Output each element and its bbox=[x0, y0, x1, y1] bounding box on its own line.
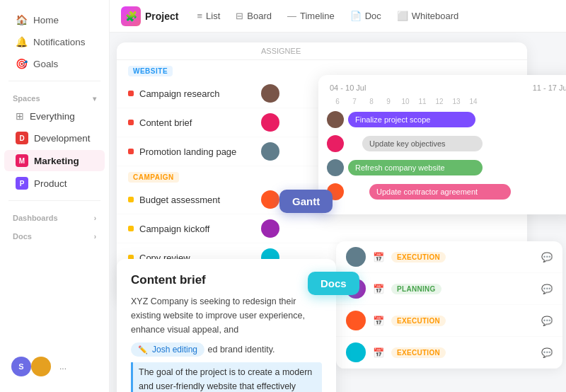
assignee-col-header: ASSIGNEE bbox=[261, 47, 318, 55]
avatar bbox=[327, 159, 344, 176]
calendar-icon: 📅 bbox=[373, 252, 384, 263]
docs-text-2: ed brand identity. bbox=[208, 345, 275, 354]
chat-icon-2: 💬 bbox=[541, 284, 553, 294]
sidebar-divider bbox=[8, 81, 100, 81]
chat-icon-3: 💬 bbox=[541, 316, 553, 326]
gantt-card: 04 - 10 Jul 11 - 17 Jul 6 7 8 9 10 11 12… bbox=[318, 75, 566, 214]
sidebar-item-label: Notifications bbox=[33, 37, 86, 47]
list-item[interactable]: 📅 EXECUTION 💬 bbox=[336, 337, 562, 369]
space-icon-product: P bbox=[16, 177, 28, 190]
avatar bbox=[346, 247, 366, 267]
status-badge: PLANNING bbox=[391, 284, 441, 294]
sidebar-item-notifications[interactable]: 🔔 Notifications bbox=[4, 31, 105, 52]
status-badge: EXECUTION bbox=[391, 252, 446, 263]
user-avatar-2[interactable] bbox=[31, 357, 51, 376]
list-item[interactable]: 📅 PLANNING 💬 bbox=[336, 273, 562, 305]
chevron-right-icon[interactable]: › bbox=[94, 214, 96, 222]
edit-icon: ✏️ bbox=[138, 345, 148, 354]
dashboards-label: Dashboards bbox=[13, 214, 58, 222]
tab-whiteboard[interactable]: ⬜ Whiteboard bbox=[390, 7, 466, 25]
right-task-list: 📅 EXECUTION 💬 📅 PLANNING 💬 📅 EXECUTION 💬… bbox=[336, 241, 562, 369]
status-badge: EXECUTION bbox=[391, 347, 446, 358]
gantt-row: Update key objectives bbox=[327, 134, 566, 154]
list-item[interactable]: 📅 EXECUTION 💬 bbox=[336, 241, 562, 273]
sidebar-item-goals[interactable]: 🎯 Goals bbox=[4, 53, 105, 74]
user-avatar-1[interactable]: S bbox=[11, 357, 31, 376]
content-area: ASSIGNEE WEBSITE Campaign research Conte… bbox=[110, 33, 566, 392]
sidebar-item-product[interactable]: P Product bbox=[4, 173, 105, 194]
tab-timeline[interactable]: — Timeline bbox=[280, 7, 342, 25]
calendar-icon-4: 📅 bbox=[373, 347, 384, 358]
gantt-bar: Refresh company website bbox=[348, 160, 483, 175]
status-badge: EXECUTION bbox=[391, 316, 446, 326]
sidebar-item-everything[interactable]: ⊞ Everything bbox=[4, 106, 105, 126]
home-icon: 🏠 bbox=[16, 14, 28, 25]
avatar bbox=[261, 219, 279, 238]
table-row[interactable]: Campaign kickoff bbox=[117, 214, 527, 243]
tab-list[interactable]: ≡ List bbox=[190, 7, 227, 25]
docs-label: Docs bbox=[13, 232, 32, 241]
task-dot bbox=[128, 197, 134, 202]
gantt-bar: Update contractor agreement bbox=[369, 184, 511, 200]
gantt-header: 04 - 10 Jul 11 - 17 Jul bbox=[327, 83, 566, 92]
sidebar-divider-2 bbox=[8, 200, 100, 201]
tab-doc[interactable]: 📄 Doc bbox=[343, 7, 388, 25]
calendar-icon-3: 📅 bbox=[373, 316, 384, 326]
chevron-right-icon-2[interactable]: › bbox=[94, 233, 96, 241]
gantt-dates: 6 7 8 9 10 11 12 13 14 bbox=[327, 98, 566, 105]
list-item[interactable]: 📅 EXECUTION 💬 bbox=[336, 305, 562, 337]
sidebar-item-label: Everything bbox=[30, 111, 75, 122]
gantt-row: Update contractor agreement bbox=[327, 182, 566, 202]
sidebar-item-label: Home bbox=[33, 15, 59, 25]
task-dot bbox=[128, 91, 134, 96]
sidebar-item-marketing[interactable]: M Marketing bbox=[4, 150, 105, 171]
main-area: 🧩 Project ≡ List ⊟ Board — Timeline 📄 Do… bbox=[110, 0, 566, 392]
sidebar-item-label: Marketing bbox=[34, 156, 79, 166]
avatar bbox=[346, 311, 366, 330]
editing-badge: ✏️ Josh editing bbox=[131, 342, 204, 357]
dashboards-section[interactable]: Dashboards › bbox=[0, 207, 109, 225]
sidebar-item-label: Development bbox=[34, 133, 91, 144]
avatar bbox=[327, 135, 344, 152]
topbar-nav: ≡ List ⊟ Board — Timeline 📄 Doc ⬜ Whiteb… bbox=[190, 7, 466, 25]
tab-board[interactable]: ⊟ Board bbox=[229, 7, 279, 25]
chat-icon: 💬 bbox=[541, 252, 553, 263]
spaces-label: Spaces bbox=[13, 94, 40, 103]
avatar bbox=[261, 84, 279, 103]
chat-icon-4: 💬 bbox=[541, 347, 553, 358]
avatar bbox=[261, 142, 279, 161]
avatar bbox=[346, 342, 366, 362]
gantt-row: Refresh company website bbox=[327, 158, 566, 178]
editing-user: Josh editing bbox=[152, 345, 197, 354]
avatar bbox=[327, 111, 344, 128]
goal-icon: 🎯 bbox=[16, 58, 28, 69]
sidebar-bottom: S ... bbox=[0, 350, 109, 384]
whiteboard-icon: ⬜ bbox=[397, 11, 408, 21]
docs-section[interactable]: Docs › bbox=[0, 225, 109, 243]
gantt-col2: 11 - 17 Jul bbox=[533, 83, 566, 92]
sidebar-item-development[interactable]: D Development bbox=[4, 127, 105, 149]
task-dot bbox=[128, 120, 134, 125]
website-tag: WEBSITE bbox=[128, 66, 173, 76]
more-options[interactable]: ... bbox=[59, 362, 67, 371]
project-title: Project bbox=[145, 11, 178, 22]
grid-icon: ⊞ bbox=[16, 110, 24, 122]
list-icon: ≡ bbox=[197, 11, 202, 21]
campaign-tag: CAMPAIGN bbox=[128, 172, 179, 183]
sidebar-item-home[interactable]: 🏠 Home bbox=[4, 9, 105, 30]
space-icon-marketing: M bbox=[16, 154, 28, 167]
calendar-icon-2: 📅 bbox=[373, 284, 384, 294]
table-header: ASSIGNEE bbox=[117, 42, 527, 60]
docs-title: Content brief bbox=[131, 273, 322, 287]
docs-highlight: The goal of the project is to create a m… bbox=[131, 362, 322, 392]
gantt-bar: Finalize project scope bbox=[348, 112, 475, 127]
topbar: 🧩 Project ≡ List ⊟ Board — Timeline 📄 Do… bbox=[110, 0, 566, 33]
docs-card: Content brief XYZ Company is seeking to … bbox=[117, 259, 336, 392]
gantt-bar: Update key objectives bbox=[362, 136, 483, 151]
project-icon: 🧩 bbox=[121, 6, 141, 26]
chevron-down-icon[interactable]: ▾ bbox=[93, 95, 96, 103]
bell-icon: 🔔 bbox=[16, 36, 28, 47]
gantt-row: Finalize project scope bbox=[327, 110, 566, 129]
docs-text-1: XYZ Company is seeking to redesign their… bbox=[131, 294, 322, 337]
sidebar-item-label: Goals bbox=[33, 59, 58, 69]
